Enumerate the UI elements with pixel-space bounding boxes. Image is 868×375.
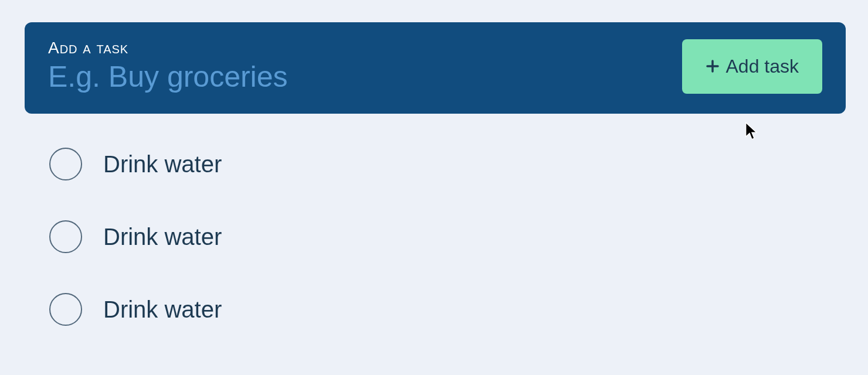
- add-task-input[interactable]: [48, 60, 576, 94]
- task-list: Drink water Drink water Drink water: [25, 114, 846, 326]
- task-item: Drink water: [49, 293, 846, 326]
- add-task-heading: Add a task: [48, 39, 576, 57]
- task-checkbox[interactable]: [49, 220, 82, 253]
- task-label: Drink water: [103, 296, 222, 323]
- task-item: Drink water: [49, 148, 846, 180]
- task-label: Drink water: [103, 224, 222, 250]
- task-checkbox[interactable]: [49, 148, 82, 180]
- add-task-panel: Add a task Add task: [25, 22, 846, 114]
- task-item: Drink water: [49, 220, 846, 253]
- task-label: Drink water: [103, 151, 222, 178]
- add-task-button-label: Add task: [725, 56, 799, 77]
- add-task-input-group: Add a task: [48, 39, 576, 94]
- plus-icon: [706, 59, 720, 73]
- add-task-button[interactable]: Add task: [682, 39, 822, 94]
- task-checkbox[interactable]: [49, 293, 82, 326]
